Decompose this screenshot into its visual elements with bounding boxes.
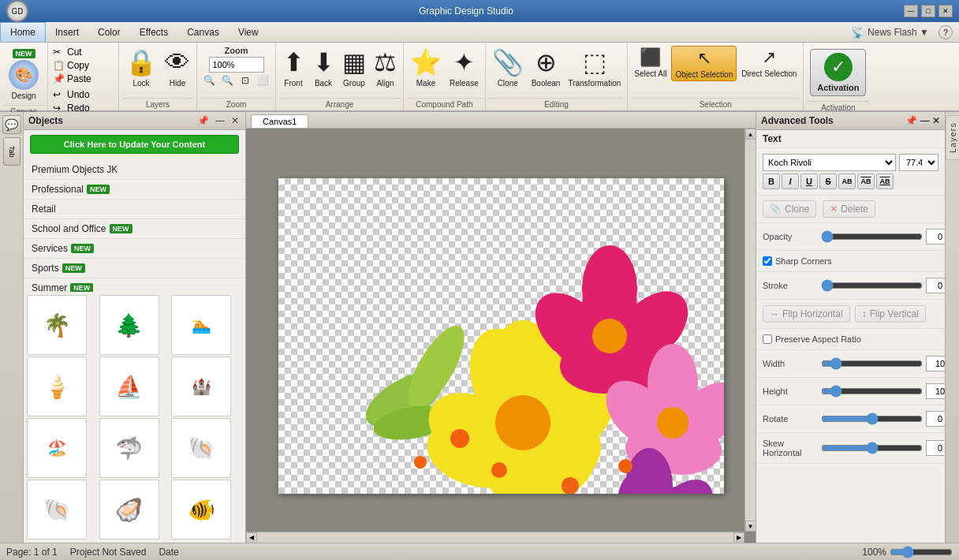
underline-button[interactable]: U <box>800 174 818 189</box>
design-button[interactable]: NEW 🎨 Design <box>3 46 44 103</box>
menu-effects[interactable]: Effects <box>130 22 177 42</box>
advanced-tools-pin[interactable]: 📌 <box>905 115 917 126</box>
help-button[interactable]: ? <box>938 25 953 39</box>
canvas-vertical-scrollbar[interactable]: ▲ ▼ <box>744 129 756 532</box>
thumb-11[interactable]: 🐠 <box>171 480 231 539</box>
clone-action-button[interactable]: 📎 Clone <box>763 200 816 218</box>
news-flash[interactable]: 📡 News Flash ▼ ? <box>845 22 959 42</box>
objects-panel-minimize[interactable]: — <box>214 115 226 126</box>
align-button[interactable]: ⚖ Align <box>371 46 400 89</box>
canvas-content[interactable]: ▲ ▼ ◀ ▶ <box>246 129 756 543</box>
advanced-tools-minimize[interactable]: — <box>920 115 930 126</box>
ribbon-layers-buttons: 🔒 Lock 👁 Hide <box>122 44 193 98</box>
preserve-aspect-checkbox[interactable] <box>763 334 772 344</box>
flip-horizontal-button[interactable]: ↔ Flip Horizontal <box>763 305 850 323</box>
allcaps-button[interactable]: AB <box>838 174 856 189</box>
zoom-in-button[interactable]: 🔍 <box>219 74 236 87</box>
release-button[interactable]: ✦ Release <box>446 46 482 89</box>
thumb-2[interactable]: 🏊 <box>171 295 231 355</box>
back-button[interactable]: ⬇ Back <box>309 46 338 89</box>
transformation-button[interactable]: ⬚ Transformation <box>565 46 624 89</box>
italic-button[interactable]: I <box>782 174 799 189</box>
thumb-10[interactable]: 🦪 <box>99 480 159 539</box>
category-retail[interactable]: Retail <box>24 200 245 219</box>
select-all-button[interactable]: ⬛ Select All <box>631 46 670 80</box>
cut-button[interactable]: ✂ Cut <box>51 46 84 58</box>
thumb-5[interactable]: 🏰 <box>171 357 231 416</box>
thumb-4[interactable]: ⛵ <box>99 357 159 416</box>
canvas-frame[interactable] <box>278 178 724 494</box>
category-professional[interactable]: Professional NEW <box>24 180 245 200</box>
thumb-1[interactable]: 🌲 <box>99 295 159 355</box>
category-premium[interactable]: Premium Objects JK <box>24 160 245 180</box>
category-school[interactable]: School and Office NEW <box>24 219 245 239</box>
width-slider[interactable] <box>821 358 923 369</box>
hide-button[interactable]: 👁 Hide <box>162 46 193 89</box>
object-selection-button[interactable]: ↖ Object Selection <box>671 46 737 81</box>
front-button[interactable]: ⬆ Front <box>279 46 308 89</box>
lock-button[interactable]: 🔒 Lock <box>122 46 160 89</box>
font-size-select[interactable]: 77.4 <box>899 154 938 171</box>
strikethrough-button[interactable]: S <box>819 174 837 189</box>
sharp-corners-checkbox[interactable] <box>763 256 772 266</box>
zoom-input[interactable] <box>209 57 264 73</box>
zoom-fit-button[interactable]: ⊡ <box>237 74 253 87</box>
skew-h-slider[interactable] <box>821 442 923 454</box>
scroll-up-button[interactable]: ▲ <box>745 129 756 140</box>
clone-edit-button[interactable]: 📎 Clone <box>489 46 527 89</box>
menu-color[interactable]: Color <box>88 22 130 42</box>
update-content-button[interactable]: Click Here to Update Your Content <box>30 135 239 154</box>
delete-action-button[interactable]: ✕ Delete <box>823 200 875 218</box>
category-summer[interactable]: Summer NEW <box>24 278 245 292</box>
copy-button[interactable]: 📋 Copy <box>51 59 91 72</box>
close-button[interactable]: ✕ <box>938 5 953 17</box>
zoom-out-button[interactable]: 🔍 <box>201 74 218 87</box>
thumb-6[interactable]: 🏖️ <box>27 418 87 478</box>
stroke-slider[interactable] <box>821 280 923 291</box>
group-button[interactable]: ▦ Group <box>339 46 369 89</box>
subscript-button[interactable]: AB <box>876 174 894 189</box>
thumb-8[interactable]: 🐚 <box>171 418 231 478</box>
menu-home[interactable]: Home <box>0 22 46 42</box>
smallcaps-button[interactable]: AB <box>857 174 875 189</box>
bold-button[interactable]: B <box>763 174 780 189</box>
canvas-tab-1[interactable]: Canvas1 <box>251 114 308 128</box>
activation-button[interactable]: ✓ Activation <box>810 49 866 96</box>
thumb-9[interactable]: 🐚 <box>27 480 87 539</box>
font-select[interactable]: Koch Rivoli <box>763 154 896 171</box>
thumb-3[interactable]: 🍦 <box>27 357 87 416</box>
maximize-button[interactable]: □ <box>921 5 935 17</box>
undo-button[interactable]: ↩ Undo <box>51 88 115 101</box>
thumb-7[interactable]: 🦈 <box>99 418 159 478</box>
undo-label: Undo <box>67 89 90 100</box>
objects-panel-close[interactable]: ✕ <box>229 115 241 126</box>
opacity-slider[interactable] <box>821 231 923 242</box>
make-button[interactable]: ⭐ Make <box>407 46 445 89</box>
minimize-button[interactable]: — <box>904 5 918 17</box>
layers-tab[interactable]: Layers <box>946 115 960 160</box>
left-tool-tag[interactable]: Tab <box>3 137 21 166</box>
rotate-slider[interactable] <box>821 413 923 424</box>
left-tool-comment[interactable]: 💬 <box>2 115 21 134</box>
height-slider[interactable] <box>821 386 923 397</box>
clone-edit-label: Clone <box>498 79 518 88</box>
menu-canvas[interactable]: Canvas <box>177 22 229 42</box>
objects-panel-pin[interactable]: 📌 <box>196 115 211 126</box>
category-sports[interactable]: Sports NEW <box>24 259 245 278</box>
direct-selection-button[interactable]: ↗ Direct Selection <box>738 46 800 80</box>
advanced-tools-close[interactable]: ✕ <box>932 115 940 126</box>
scroll-right-button[interactable]: ▶ <box>733 532 744 543</box>
menu-view[interactable]: View <box>229 22 268 42</box>
zoom-level-slider[interactable] <box>890 546 953 558</box>
menu-insert[interactable]: Insert <box>46 22 88 42</box>
scroll-left-button[interactable]: ◀ <box>246 532 257 543</box>
paste-button[interactable]: 📌 Paste <box>51 73 93 85</box>
scroll-down-button[interactable]: ▼ <box>745 521 756 532</box>
flip-vertical-button[interactable]: ↕ Flip Vertical <box>855 305 926 323</box>
thumb-0[interactable]: 🌴 <box>27 295 87 355</box>
canvas-horizontal-scrollbar[interactable]: ◀ ▶ <box>246 532 744 543</box>
zoom-actual-button[interactable]: ⬜ <box>255 74 271 87</box>
boolean-button[interactable]: ⊕ Boolean <box>528 46 564 89</box>
category-services[interactable]: Services NEW <box>24 239 245 259</box>
objects-panel-title: Objects <box>28 115 63 126</box>
